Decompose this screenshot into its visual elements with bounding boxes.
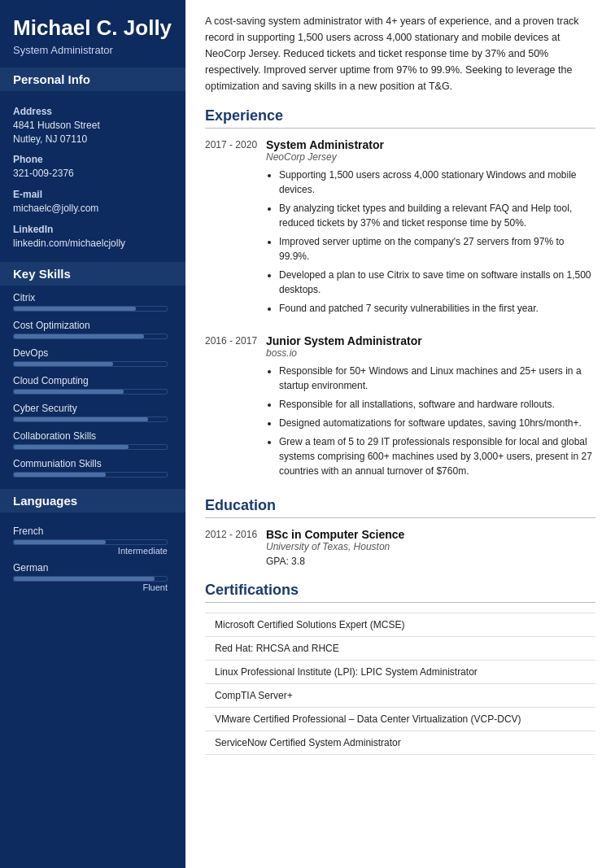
- experience-list: 2017 - 2020 System Administrator NeoCorp…: [205, 138, 595, 482]
- key-skills-heading: Key Skills: [0, 262, 185, 286]
- language-bar-bg: [13, 539, 168, 545]
- skill-bar-fill: [14, 390, 124, 394]
- linkedin-value: linkedin.com/michaelcjolly: [13, 237, 172, 251]
- skill-name: Collaboration Skills: [13, 430, 172, 442]
- skill-bar-fill: [14, 417, 148, 421]
- bullet-list: Supporting 1,500 users across 4,000 stat…: [266, 168, 595, 316]
- entry-body: System Administrator NeoCorp Jersey Supp…: [266, 138, 595, 320]
- education-entry: 2012 - 2016 BSc in Computer Science Univ…: [205, 528, 595, 567]
- skill-bar-bg: [13, 361, 168, 367]
- university-name: University of Texas, Houston: [266, 541, 595, 552]
- languages-section: French Intermediate German Fluent: [0, 513, 185, 612]
- language-bar-fill: [14, 540, 106, 544]
- linkedin-label: LinkedIn: [13, 224, 172, 235]
- main-content: A cost-saving system administrator with …: [185, 0, 615, 868]
- bullet-item: Responsible for 50+ Windows and Linux ma…: [279, 364, 595, 393]
- skill-item: Cloud Computing: [13, 375, 172, 395]
- skill-item: Citrix: [13, 292, 172, 312]
- email-label: E-mail: [13, 189, 172, 200]
- skill-bar-bg: [13, 306, 168, 312]
- certification-item: Red Hat: RHCSA and RHCE: [205, 637, 595, 661]
- skill-name: Cyber Security: [13, 403, 172, 414]
- skills-section: Citrix Cost Optimization DevOps Cloud Co…: [0, 286, 185, 478]
- company-name: boss.io: [266, 347, 595, 359]
- summary-text: A cost-saving system administrator with …: [205, 13, 595, 94]
- gpa-value: GPA: 3.8: [266, 556, 595, 567]
- skill-item: Cost Optimization: [13, 320, 172, 339]
- language-name: French: [13, 526, 172, 537]
- company-name: NeoCorp Jersey: [266, 151, 595, 163]
- skill-name: Communiation Skills: [13, 458, 172, 469]
- skill-item: DevOps: [13, 347, 172, 367]
- skill-name: Cloud Computing: [13, 375, 172, 386]
- bullet-item: Designed automatizations for software up…: [279, 416, 595, 430]
- experience-entry: 2016 - 2017 Junior System Administrator …: [205, 334, 595, 482]
- entry-body: Junior System Administrator boss.io Resp…: [266, 334, 595, 482]
- job-title: System Administrator: [266, 138, 595, 151]
- phone-value: 321-009-2376: [13, 167, 172, 181]
- certification-item: CompTIA Server+: [205, 684, 595, 708]
- skill-bar-fill: [14, 307, 136, 311]
- language-bar-bg: [13, 576, 168, 582]
- candidate-name: Michael C. Jolly: [13, 16, 172, 41]
- languages-heading: Languages: [0, 489, 185, 513]
- language-level: Fluent: [13, 582, 168, 592]
- bullet-item: Grew a team of 5 to 29 IT professionals …: [279, 434, 595, 478]
- bullet-item: Improved server uptime on the company's …: [279, 234, 595, 264]
- bullet-list: Responsible for 50+ Windows and Linux ma…: [266, 364, 595, 478]
- entry-dates: 2012 - 2016: [205, 528, 266, 567]
- language-bar-fill: [14, 577, 155, 581]
- skill-item: Communiation Skills: [13, 458, 172, 478]
- entry-dates: 2017 - 2020: [205, 138, 266, 320]
- certifications-section: Certifications Microsoft Certified Solut…: [205, 582, 595, 755]
- job-title: Junior System Administrator: [266, 334, 595, 347]
- certifications-list: Microsoft Certified Solutions Expert (MC…: [205, 613, 595, 755]
- skill-name: Citrix: [13, 292, 172, 303]
- certification-item: VMware Certified Professional – Data Cen…: [205, 708, 595, 731]
- address-line2: Nutley, NJ 07110: [13, 133, 172, 146]
- bullet-item: Found and patched 7 security vulnerabili…: [279, 301, 595, 316]
- skill-bar-bg: [13, 444, 168, 450]
- skill-bar-bg: [13, 417, 168, 422]
- bullet-item: By analyzing ticket types and building a…: [279, 201, 595, 230]
- skill-name: Cost Optimization: [13, 320, 172, 331]
- certification-item: Microsoft Certified Solutions Expert (MC…: [205, 613, 595, 637]
- education-list: 2012 - 2016 BSc in Computer Science Univ…: [205, 528, 595, 567]
- experience-heading: Experience: [205, 107, 595, 129]
- certification-item: ServiceNow Certified System Administrato…: [205, 731, 595, 755]
- entry-dates: 2016 - 2017: [205, 334, 266, 482]
- education-heading: Education: [205, 497, 595, 518]
- bullet-item: Developed a plan to use Citrix to save t…: [279, 268, 595, 297]
- address-label: Address: [13, 106, 172, 117]
- sidebar-header: Michael C. Jolly System Administrator: [0, 0, 185, 68]
- bullet-item: Responsible for all installations, softw…: [279, 397, 595, 412]
- language-item: German Fluent: [13, 562, 172, 592]
- skill-item: Cyber Security: [13, 403, 172, 422]
- degree-title: BSc in Computer Science: [266, 528, 595, 541]
- skill-bar-bg: [13, 472, 168, 478]
- skill-bar-bg: [13, 389, 168, 395]
- skill-bar-fill: [14, 362, 113, 366]
- phone-label: Phone: [13, 154, 172, 165]
- certifications-heading: Certifications: [205, 582, 595, 603]
- language-name: German: [13, 562, 172, 574]
- language-level: Intermediate: [13, 546, 168, 556]
- entry-body: BSc in Computer Science University of Te…: [266, 528, 595, 567]
- candidate-title: System Administrator: [13, 44, 172, 56]
- certification-item: Linux Professional Institute (LPI): LPIC…: [205, 661, 595, 684]
- personal-info-section: Address 4841 Hudson Street Nutley, NJ 07…: [0, 91, 185, 251]
- address-line1: 4841 Hudson Street: [13, 119, 172, 133]
- experience-section: Experience 2017 - 2020 System Administra…: [205, 107, 595, 482]
- skill-bar-bg: [13, 334, 168, 339]
- email-value: michaelc@jolly.com: [13, 202, 172, 216]
- sidebar: Michael C. Jolly System Administrator Pe…: [0, 0, 185, 868]
- skill-bar-fill: [14, 334, 144, 338]
- skill-bar-fill: [14, 445, 129, 449]
- skill-name: DevOps: [13, 347, 172, 359]
- language-item: French Intermediate: [13, 526, 172, 556]
- skill-bar-fill: [14, 473, 106, 477]
- skill-item: Collaboration Skills: [13, 430, 172, 450]
- bullet-item: Supporting 1,500 users across 4,000 stat…: [279, 168, 595, 197]
- personal-info-heading: Personal Info: [0, 68, 185, 91]
- education-section: Education 2012 - 2016 BSc in Computer Sc…: [205, 497, 595, 567]
